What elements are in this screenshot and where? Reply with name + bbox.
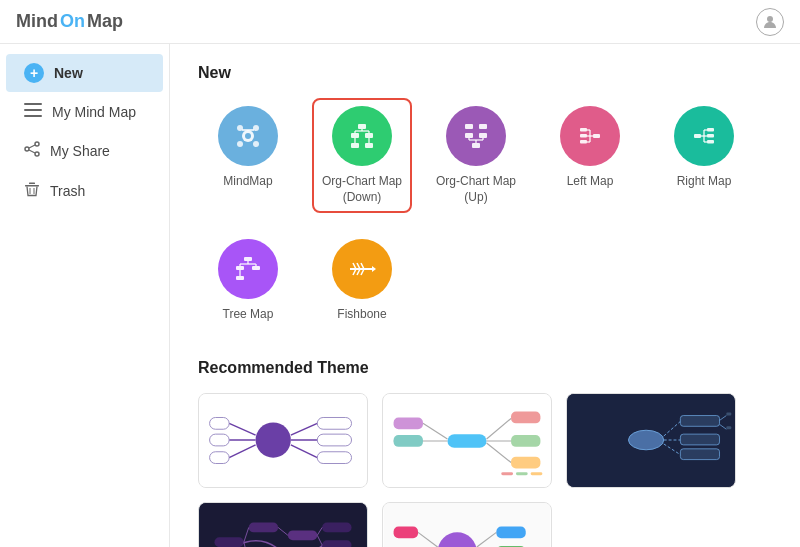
svg-rect-21 xyxy=(358,124,366,129)
svg-rect-2 xyxy=(24,109,42,111)
svg-rect-44 xyxy=(580,140,587,144)
sidebar-item-mymindmap[interactable]: My Mind Map xyxy=(6,94,163,130)
trash-icon xyxy=(24,181,40,201)
svg-rect-95 xyxy=(511,435,540,447)
sidebar-item-myshare[interactable]: My Share xyxy=(6,132,163,170)
svg-rect-3 xyxy=(24,115,42,117)
map-card-fishbone[interactable]: Fishbone xyxy=(312,231,412,331)
svg-rect-142 xyxy=(394,526,418,538)
svg-rect-24 xyxy=(351,143,359,148)
sidebar-label-mymindmap: My Mind Map xyxy=(52,104,136,120)
svg-rect-10 xyxy=(29,183,35,185)
svg-rect-36 xyxy=(472,143,480,148)
svg-rect-42 xyxy=(580,128,587,132)
svg-rect-114 xyxy=(726,412,731,415)
svg-rect-61 xyxy=(252,266,260,270)
svg-rect-32 xyxy=(465,124,473,129)
orgchartup-icon xyxy=(446,106,506,166)
map-type-grid-row2: Tree Map Fishbone xyxy=(198,231,772,331)
svg-rect-119 xyxy=(249,522,278,532)
sidebar-label-trash: Trash xyxy=(50,183,85,199)
svg-rect-112 xyxy=(680,449,719,460)
user-icon[interactable] xyxy=(756,8,784,36)
map-type-grid: MindMap xyxy=(198,98,772,213)
header: MindOnMap xyxy=(0,0,800,44)
svg-rect-101 xyxy=(394,435,423,447)
logo: MindOnMap xyxy=(16,11,123,32)
share-icon xyxy=(24,141,40,161)
svg-rect-25 xyxy=(365,143,373,148)
new-section-title: New xyxy=(198,64,772,82)
svg-rect-103 xyxy=(516,472,528,475)
svg-rect-99 xyxy=(394,417,423,429)
sidebar-item-label-new: New xyxy=(54,65,83,81)
svg-rect-124 xyxy=(322,540,351,547)
orgchartup-label: Org-Chart Map (Up) xyxy=(434,174,518,205)
svg-point-17 xyxy=(237,141,243,147)
rightmap-icon xyxy=(674,106,734,166)
svg-marker-69 xyxy=(372,266,376,272)
orgchartdown-label: Org-Chart Map(Down) xyxy=(322,174,402,205)
svg-point-77 xyxy=(256,422,291,457)
svg-rect-1 xyxy=(24,103,42,105)
svg-rect-123 xyxy=(322,522,351,532)
rightmap-label: Right Map xyxy=(677,174,732,190)
new-icon: + xyxy=(24,63,44,83)
svg-rect-136 xyxy=(496,526,525,538)
theme-card-5[interactable] xyxy=(382,502,552,547)
main-content: New MindMap xyxy=(170,44,800,547)
orgchartdown-icon xyxy=(332,106,392,166)
sidebar-item-new[interactable]: + New xyxy=(6,54,163,92)
leftmap-label: Left Map xyxy=(567,174,614,190)
svg-rect-93 xyxy=(511,411,540,423)
svg-point-5 xyxy=(25,147,29,151)
svg-rect-62 xyxy=(236,276,244,280)
sidebar: + New My Mind Map My Share Trash xyxy=(0,44,170,547)
svg-rect-9 xyxy=(25,185,39,187)
treemap-label: Tree Map xyxy=(223,307,274,323)
svg-point-0 xyxy=(767,16,773,22)
svg-rect-97 xyxy=(511,456,540,468)
leftmap-icon xyxy=(560,106,620,166)
svg-point-18 xyxy=(253,141,259,147)
map-card-orgchartdown[interactable]: Org-Chart Map(Down) xyxy=(312,98,412,213)
map-card-rightmap[interactable]: Right Map xyxy=(654,98,754,213)
svg-point-4 xyxy=(35,142,39,146)
map-card-leftmap[interactable]: Left Map xyxy=(540,98,640,213)
map-card-orgchartup[interactable]: Org-Chart Map (Up) xyxy=(426,98,526,213)
sidebar-label-myshare: My Share xyxy=(50,143,110,159)
svg-rect-43 xyxy=(580,134,587,138)
theme-card-2[interactable] xyxy=(382,393,552,488)
theme-card-3[interactable] xyxy=(566,393,736,488)
svg-rect-118 xyxy=(214,537,243,547)
mindmap-icon xyxy=(218,106,278,166)
svg-rect-51 xyxy=(707,128,714,132)
treemap-icon xyxy=(218,239,278,299)
theme-grid xyxy=(198,393,772,547)
svg-rect-35 xyxy=(479,133,487,138)
svg-rect-60 xyxy=(236,266,244,270)
logo-text-on: On xyxy=(60,11,85,32)
svg-line-8 xyxy=(29,150,35,153)
svg-rect-116 xyxy=(726,426,731,429)
map-card-treemap[interactable]: Tree Map xyxy=(198,231,298,331)
theme-section-title: Recommended Theme xyxy=(198,359,772,377)
theme-card-1[interactable] xyxy=(198,393,368,488)
logo-text-map: Map xyxy=(87,11,123,32)
sidebar-item-trash[interactable]: Trash xyxy=(6,172,163,210)
svg-rect-59 xyxy=(244,257,252,261)
fishbone-icon xyxy=(332,239,392,299)
svg-point-6 xyxy=(35,152,39,156)
svg-rect-104 xyxy=(531,472,543,475)
svg-rect-53 xyxy=(707,140,714,144)
svg-rect-121 xyxy=(288,530,317,540)
svg-rect-52 xyxy=(707,134,714,138)
mindmap-label: MindMap xyxy=(223,174,272,190)
fishbone-label: Fishbone xyxy=(337,307,386,323)
svg-rect-91 xyxy=(447,434,486,448)
svg-line-7 xyxy=(29,145,35,148)
map-card-mindmap[interactable]: MindMap xyxy=(198,98,298,213)
svg-rect-102 xyxy=(501,472,513,475)
theme-card-4[interactable] xyxy=(198,502,368,547)
svg-rect-41 xyxy=(593,134,600,138)
